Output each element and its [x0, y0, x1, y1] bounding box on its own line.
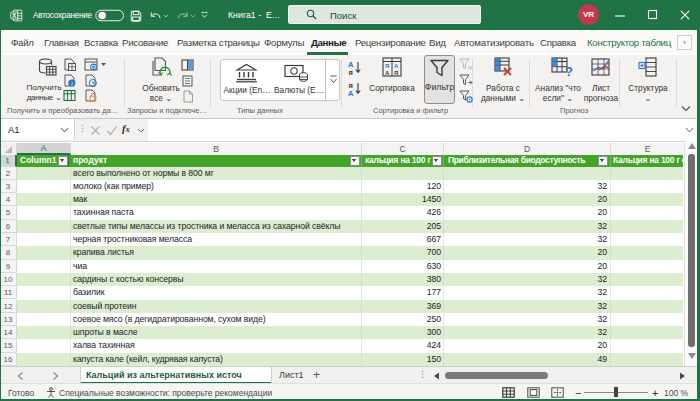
svg-text:i: i	[71, 80, 73, 87]
svg-text:Я: Я	[394, 70, 398, 76]
svg-text:А: А	[385, 70, 390, 76]
svg-text:X: X	[12, 12, 17, 19]
svg-text:А: А	[348, 89, 354, 97]
svg-text:?: ?	[565, 64, 573, 78]
svg-text:я: я	[349, 68, 353, 76]
svg-text:А: А	[394, 63, 399, 69]
svg-text:Я: Я	[385, 63, 389, 69]
